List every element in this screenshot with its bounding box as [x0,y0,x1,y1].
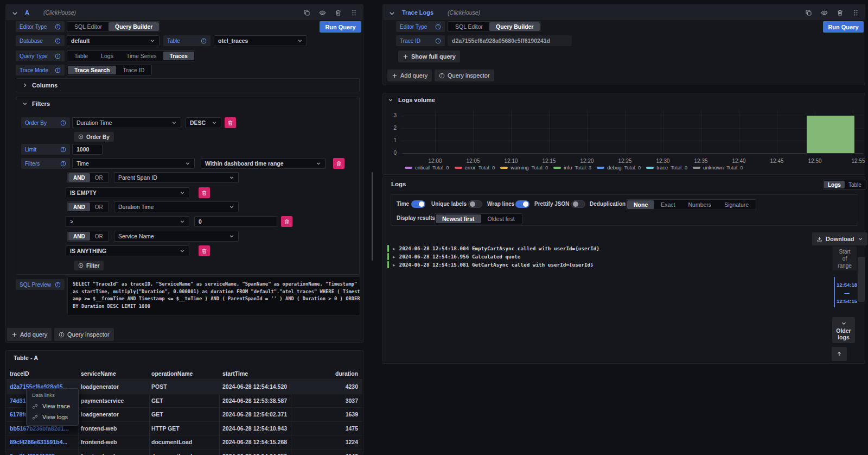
legend-item-debug[interactable]: debugTotal: 0 [597,165,641,170]
view-option-logs[interactable]: Logs [824,181,845,188]
duplicate-query-icon[interactable] [805,9,812,16]
add-filter-button[interactable]: Filter [74,261,104,270]
cond3-or[interactable]: OR [90,232,108,241]
column-header-duration[interactable]: duration [291,367,358,380]
unique-labels-toggle[interactable] [468,200,482,208]
query-inspector-button-right[interactable]: Query inspector [435,69,494,81]
editor-type-option-sql[interactable]: SQL Editor [68,22,108,31]
hide-response-eye-icon[interactable] [821,9,828,16]
add-query-button-right[interactable]: Add query [387,69,432,81]
log-row[interactable]: ▸ 2024-06-28 12:54:16.956 Calculated quo… [387,252,854,261]
wrap-lines-toggle[interactable] [515,200,529,208]
editor-type-option-builder[interactable]: Query Builder [489,22,540,31]
cond2-value-input[interactable] [199,218,273,225]
query-type-option-traces[interactable]: Traces [163,52,194,60]
cond1-field-select[interactable]: Parent Span ID [114,172,239,183]
legend-item-warning[interactable]: warningTotal: 0 [500,165,548,170]
time-filter-field-select[interactable]: Time [72,158,195,169]
query-row-header-right[interactable]: Trace Logs (ClickHouse) [383,5,865,20]
cond3-field-select[interactable]: Service Name [114,231,239,242]
duplicate-query-icon[interactable] [303,9,310,16]
show-full-query-button[interactable]: Show full query [398,50,460,62]
expand-log-chevron-icon[interactable]: ▸ [393,246,395,251]
view-trace-menu-item[interactable]: View trace [27,401,78,412]
column-header-starttime[interactable]: startTime [222,367,290,380]
expand-log-chevron-icon[interactable]: ▸ [393,262,395,268]
display-option-newest[interactable]: Newest first [436,214,481,223]
table-select[interactable]: otel_traces [214,35,307,46]
expand-log-chevron-icon[interactable]: ▸ [393,254,395,260]
older-logs-button[interactable]: Older logs [832,317,855,343]
legend-item-info[interactable]: infoTotal: 3 [553,165,591,170]
info-log-volume-bar[interactable] [807,116,854,153]
logs-volume-header[interactable]: Logs volume [388,97,435,103]
cond2-operator-select[interactable]: > [66,216,189,227]
run-query-button-left[interactable]: Run Query [320,21,361,33]
column-header-operationname[interactable]: operationName [151,367,218,380]
prettify-json-toggle[interactable] [571,200,585,208]
columns-section[interactable]: Columns [16,78,360,92]
log-row[interactable]: ▸ 2024-06-28 12:54:15.081 GetCartAsync c… [387,261,854,269]
run-query-button-right[interactable]: Run Query [823,21,864,33]
cond3-operator-select[interactable]: IS ANYTHING [66,245,189,256]
dedup-option-none[interactable]: None [627,200,654,209]
query-type-option-table[interactable]: Table [68,52,94,60]
cond2-and[interactable]: AND [68,203,90,211]
query-row-header-left[interactable]: A (ClickHouse) [6,5,363,20]
editor-type-option-builder[interactable]: Query Builder [108,22,159,31]
legend-item-critical[interactable]: criticalTotal: 0 [405,165,449,170]
cell-traceid[interactable]: 89cf4286e631591b4... [10,435,77,449]
column-header-servicename[interactable]: serviceName [81,367,148,380]
trace-mode-option-id[interactable]: Trace ID [116,66,151,74]
query-inspector-button-left[interactable]: Query inspector [54,328,114,341]
editor-type-option-sql[interactable]: SQL Editor [449,22,489,31]
query-type-option-logs[interactable]: Logs [94,52,120,60]
limit-input[interactable] [76,146,98,153]
dedup-option-signature[interactable]: Signature [718,200,755,209]
time-toggle[interactable] [411,200,425,208]
remove-query-trash-icon[interactable] [335,9,342,16]
query-type-option-timeseries[interactable]: Time Series [120,52,163,60]
cell-traceid[interactable]: 9ce7faf81941888... [10,450,77,455]
log-row[interactable]: ▸ 2024-06-28 12:54:18.004 EmptyCartAsync… [387,244,854,252]
legend-item-error[interactable]: errorTotal: 0 [455,165,495,170]
logs-scrollbar[interactable] [858,257,865,302]
download-button[interactable]: Download [812,232,867,245]
legend-item-unknown[interactable]: unknownTotal: 0 [693,165,743,170]
drag-handle-icon[interactable] [852,9,859,16]
remove-cond2-button[interactable] [281,216,292,227]
pane-scrollbar[interactable] [372,172,373,261]
column-header-traceid[interactable]: traceID [10,367,77,380]
time-filter-operator-select[interactable]: Within dashboard time range [201,158,326,169]
add-query-button-left[interactable]: Add query [7,328,52,341]
drag-handle-icon[interactable] [350,9,358,16]
cond2-field-select[interactable]: Duration Time [114,201,239,212]
view-logs-menu-item[interactable]: View logs [27,412,78,422]
table-row[interactable]: 9ce7faf81941888... frontend-web document… [7,450,362,455]
cond2-or[interactable]: OR [90,203,108,211]
order-by-direction-select[interactable]: DESC [186,117,221,128]
remove-query-trash-icon[interactable] [837,9,844,16]
cond1-or[interactable]: OR [90,173,108,182]
hide-response-eye-icon[interactable] [319,9,326,16]
order-by-field-select[interactable]: Duration Time [72,117,181,128]
table-row[interactable]: 89cf4286e631591b4... frontend-web docume… [7,435,362,450]
cond1-and[interactable]: AND [68,173,90,182]
scroll-to-top-button[interactable] [832,347,847,361]
filters-section-header[interactable]: Filters [16,97,359,107]
add-order-by-button[interactable]: Order By [74,132,114,142]
dedup-option-exact[interactable]: Exact [654,200,681,209]
display-option-oldest[interactable]: Oldest first [481,214,521,223]
remove-cond1-button[interactable] [199,187,210,198]
cond3-and[interactable]: AND [68,232,90,241]
trace-id-input[interactable] [452,37,567,44]
remove-cond3-button[interactable] [199,245,210,256]
chevron-down-icon[interactable] [11,10,17,16]
legend-item-trace[interactable]: traceTotal: 0 [646,165,687,170]
view-option-table[interactable]: Table [845,181,865,188]
database-select[interactable]: default [67,35,159,46]
cond1-operator-select[interactable]: IS EMPTY [66,187,189,198]
dedup-option-numbers[interactable]: Numbers [682,200,718,209]
trace-mode-option-search[interactable]: Trace Search [68,66,116,74]
remove-order-by-button[interactable] [225,117,236,128]
